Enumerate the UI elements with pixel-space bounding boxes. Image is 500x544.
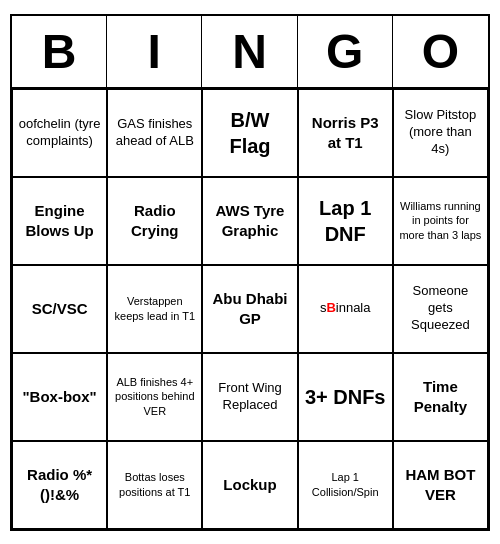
bingo-cell: HAM BOT VER bbox=[393, 441, 488, 529]
bingo-cell: ALB finishes 4+ positions behind VER bbox=[107, 353, 202, 441]
bingo-letter: O bbox=[393, 16, 488, 87]
bingo-cell: Norris P3 at T1 bbox=[298, 89, 393, 177]
bingo-cell: "Box-box" bbox=[12, 353, 107, 441]
bingo-cell: GAS finishes ahead of ALB bbox=[107, 89, 202, 177]
bingo-cell: Radio %*()!&% bbox=[12, 441, 107, 529]
bingo-cell: oofchelin (tyre complaints) bbox=[12, 89, 107, 177]
bingo-cell: Verstappen keeps lead in T1 bbox=[107, 265, 202, 353]
bingo-grid: oofchelin (tyre complaints)GAS finishes … bbox=[12, 89, 488, 529]
bingo-cell: Lap 1 Collision/Spin bbox=[298, 441, 393, 529]
bingo-letter: G bbox=[298, 16, 393, 87]
bingo-cell: Time Penalty bbox=[393, 353, 488, 441]
bingo-cell: 3+ DNFs bbox=[298, 353, 393, 441]
bingo-header: BINGO bbox=[12, 16, 488, 89]
bingo-card: BINGO oofchelin (tyre complaints)GAS fin… bbox=[10, 14, 490, 531]
bingo-cell: SC/VSC bbox=[12, 265, 107, 353]
bingo-letter: I bbox=[107, 16, 202, 87]
bingo-cell: Front Wing Replaced bbox=[202, 353, 297, 441]
bingo-cell: Engine Blows Up bbox=[12, 177, 107, 265]
bingo-cell: Williams running in points for more than… bbox=[393, 177, 488, 265]
bingo-cell: Slow Pitstop (more than 4s) bbox=[393, 89, 488, 177]
bingo-cell: Lap 1 DNF bbox=[298, 177, 393, 265]
bingo-letter: N bbox=[202, 16, 297, 87]
bingo-cell: Lockup bbox=[202, 441, 297, 529]
bingo-cell: sBinnala bbox=[298, 265, 393, 353]
bingo-cell: Abu Dhabi GP bbox=[202, 265, 297, 353]
bingo-letter: B bbox=[12, 16, 107, 87]
bingo-cell: Bottas loses positions at T1 bbox=[107, 441, 202, 529]
bingo-cell: AWS Tyre Graphic bbox=[202, 177, 297, 265]
bingo-cell: Radio Crying bbox=[107, 177, 202, 265]
bingo-cell: B/W Flag bbox=[202, 89, 297, 177]
bingo-cell: Someone gets Squeezed bbox=[393, 265, 488, 353]
